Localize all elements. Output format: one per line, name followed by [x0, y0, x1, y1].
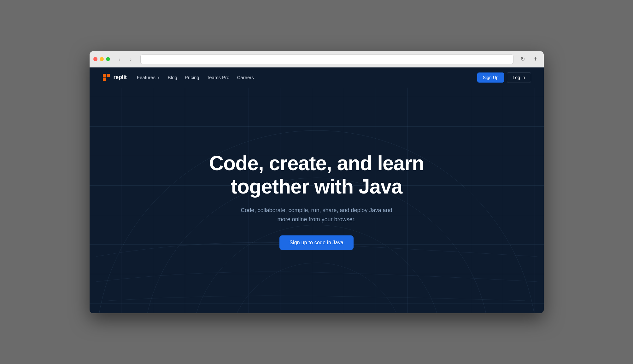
logo-text: replit	[114, 74, 127, 81]
nav-links: Features ▼ Blog Pricing Teams Pro Career…	[137, 75, 477, 80]
new-tab-button[interactable]: +	[531, 55, 540, 64]
browser-titlebar: ‹ › ↻ +	[90, 51, 544, 67]
nav-pricing[interactable]: Pricing	[185, 75, 199, 80]
svg-rect-6	[103, 78, 106, 81]
navbar: replit Features ▼ Blog Pricing Teams Pro…	[90, 67, 544, 88]
close-button[interactable]	[93, 57, 97, 61]
svg-rect-5	[107, 74, 110, 77]
nav-blog[interactable]: Blog	[168, 75, 177, 80]
nav-features[interactable]: Features ▼	[137, 75, 160, 80]
login-button[interactable]: Log In	[507, 72, 531, 83]
website-content: replit Features ▼ Blog Pricing Teams Pro…	[90, 67, 544, 313]
forward-button[interactable]: ›	[126, 55, 135, 64]
nav-teams-pro[interactable]: Teams Pro	[207, 75, 230, 80]
hero-subtitle: Code, collaborate, compile, run, share, …	[238, 206, 396, 224]
hero-title: Code, create, and learn together with Ja…	[206, 152, 427, 198]
refresh-button[interactable]: ↻	[519, 55, 527, 64]
browser-window: ‹ › ↻ +	[90, 51, 544, 313]
nav-careers[interactable]: Careers	[237, 75, 254, 80]
cta-button[interactable]: Sign up to code in Java	[279, 235, 354, 250]
signup-button[interactable]: Sign Up	[477, 72, 504, 83]
chevron-down-icon: ▼	[157, 76, 160, 79]
hero-section: Code, create, and learn together with Ja…	[90, 88, 544, 308]
traffic-lights	[93, 57, 110, 61]
minimize-button[interactable]	[100, 57, 104, 61]
nav-actions: Sign Up Log In	[477, 72, 531, 83]
back-button[interactable]: ‹	[115, 55, 124, 64]
fullscreen-button[interactable]	[106, 57, 110, 61]
address-bar[interactable]	[140, 55, 513, 64]
replit-logo-icon	[102, 73, 111, 82]
svg-rect-4	[103, 74, 106, 77]
logo[interactable]: replit	[102, 73, 127, 82]
